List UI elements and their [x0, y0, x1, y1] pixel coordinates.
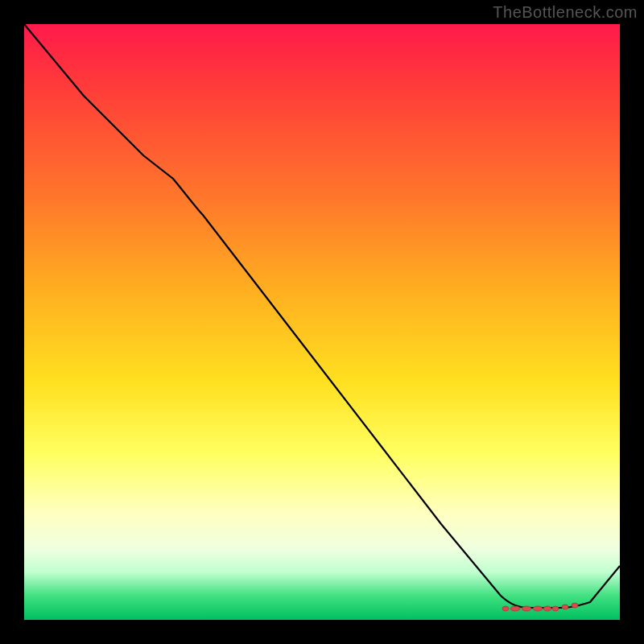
bottleneck-curve — [24, 24, 620, 608]
svg-point-2 — [522, 606, 531, 611]
watermark-text: TheBottleneck.com — [493, 3, 638, 22]
plot-area — [24, 24, 620, 620]
svg-point-5 — [552, 606, 559, 611]
svg-point-7 — [572, 603, 578, 608]
chart-frame: TheBottleneck.com — [0, 0, 644, 644]
svg-point-0 — [502, 606, 509, 611]
chart-svg — [24, 24, 620, 620]
svg-point-1 — [510, 606, 520, 611]
svg-point-3 — [533, 606, 543, 611]
svg-point-6 — [562, 605, 568, 609]
svg-point-4 — [543, 606, 551, 611]
